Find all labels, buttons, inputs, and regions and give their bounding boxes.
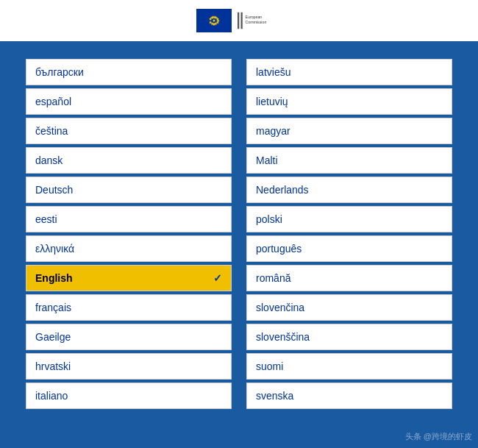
language-item-hu[interactable]: magyar	[246, 118, 452, 144]
language-label: magyar	[256, 125, 290, 137]
language-item-mt[interactable]: Malti	[246, 147, 452, 174]
language-item-hr[interactable]: hrvatski	[26, 353, 232, 380]
language-item-ro[interactable]: română	[246, 265, 452, 291]
language-label: ελληνικά	[35, 243, 74, 255]
language-item-lt[interactable]: lietuvių	[246, 88, 452, 115]
language-item-de[interactable]: Deutsch	[26, 177, 232, 203]
language-item-it[interactable]: italiano	[26, 383, 232, 409]
watermark: 头条 @跨境的虾皮	[405, 431, 472, 442]
language-label: Nederlands	[256, 184, 309, 196]
language-item-sk[interactable]: slovenčina	[246, 294, 452, 321]
ec-text-icon: European Commission	[238, 9, 282, 32]
language-item-lv[interactable]: latviešu	[246, 59, 452, 85]
language-item-et[interactable]: eesti	[26, 206, 232, 232]
eu-logo: European Commission	[196, 9, 282, 32]
language-label: français	[35, 302, 71, 313]
language-label: Malti	[256, 154, 278, 166]
language-item-sv[interactable]: svenska	[246, 383, 452, 409]
language-label: suomi	[256, 360, 283, 372]
language-label: português	[256, 243, 302, 255]
language-label: italiano	[35, 390, 68, 402]
language-label: eesti	[35, 213, 57, 225]
language-item-fi[interactable]: suomi	[246, 353, 452, 380]
language-label: slovenščina	[256, 331, 310, 343]
language-item-es[interactable]: español	[26, 88, 232, 115]
svg-rect-14	[238, 13, 239, 29]
language-item-da[interactable]: dansk	[26, 147, 232, 174]
language-label: dansk	[35, 154, 63, 166]
language-label: lietuvių	[256, 96, 288, 107]
language-label: română	[256, 272, 290, 284]
language-item-sl[interactable]: slovenščina	[246, 324, 452, 350]
language-item-pt[interactable]: português	[246, 235, 452, 262]
language-label: Deutsch	[35, 184, 73, 196]
language-item-pl[interactable]: polski	[246, 206, 452, 232]
language-label: English	[35, 272, 73, 284]
eu-stars-icon	[196, 9, 232, 32]
language-label: español	[35, 96, 71, 107]
language-item-bg[interactable]: български	[26, 59, 232, 85]
language-label: български	[35, 66, 84, 78]
language-label: čeština	[35, 125, 68, 137]
language-item-nl[interactable]: Nederlands	[246, 177, 452, 203]
language-label: slovenčina	[256, 302, 304, 313]
language-item-cs[interactable]: čeština	[26, 118, 232, 144]
selected-check-icon: ✓	[213, 272, 222, 284]
svg-text:European: European	[246, 15, 263, 19]
language-grid: българскиlatviešuespañollietuviųčeštinam…	[26, 59, 452, 409]
language-item-ga[interactable]: Gaeilge	[26, 324, 232, 350]
language-item-fr[interactable]: français	[26, 294, 232, 321]
language-label: Gaeilge	[35, 331, 71, 343]
svg-text:Commission: Commission	[246, 20, 267, 24]
page-header: European Commission	[0, 0, 478, 41]
svg-rect-15	[241, 13, 243, 29]
language-item-en[interactable]: English✓	[26, 265, 232, 291]
language-label: latviešu	[256, 66, 290, 78]
language-label: svenska	[256, 390, 293, 402]
language-label: hrvatski	[35, 360, 71, 372]
language-item-el[interactable]: ελληνικά	[26, 235, 232, 262]
language-label: polski	[256, 213, 282, 225]
